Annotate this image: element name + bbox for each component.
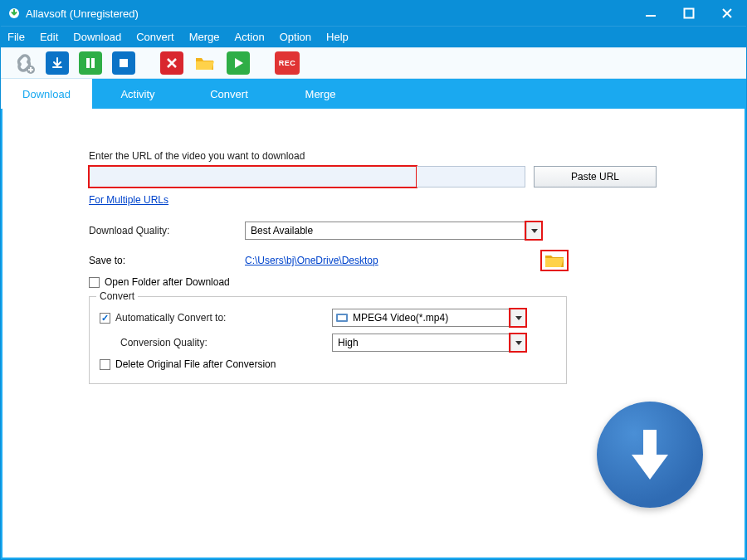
tab-merge[interactable]: Merge [275, 79, 366, 109]
convert-format-combo[interactable]: MPEG4 Video(*.mp4) [332, 309, 526, 327]
save-to-label: Save to: [89, 255, 245, 266]
chevron-down-icon[interactable] [510, 334, 525, 351]
menu-merge[interactable]: Merge [189, 31, 220, 43]
toolbar: REC [1, 47, 746, 79]
minimize-button[interactable] [642, 4, 660, 22]
video-format-icon [333, 312, 348, 324]
menu-edit[interactable]: Edit [40, 31, 58, 43]
save-to-path-link[interactable]: C:\Users\bj\OneDrive\Desktop [245, 255, 378, 266]
open-folder-label: Open Folder after Download [105, 276, 230, 288]
menu-action[interactable]: Action [235, 31, 265, 43]
menu-convert[interactable]: Convert [136, 31, 174, 43]
big-download-button[interactable] [597, 402, 703, 508]
menu-option[interactable]: Option [280, 31, 311, 43]
auto-convert-label: Automatically Convert to: [115, 312, 226, 324]
conversion-quality-combo[interactable]: High [332, 334, 526, 352]
auto-convert-checkbox[interactable] [100, 313, 110, 324]
svg-rect-8 [338, 315, 346, 320]
svg-rect-1 [646, 15, 656, 17]
chevron-down-icon[interactable] [510, 309, 525, 326]
menu-file[interactable]: File [7, 31, 25, 43]
paste-link-icon[interactable] [12, 51, 36, 75]
maximize-button[interactable] [680, 4, 698, 22]
stop-icon[interactable] [112, 51, 135, 75]
url-input[interactable] [417, 166, 525, 187]
paste-url-button[interactable]: Paste URL [534, 166, 657, 187]
multiple-urls-link[interactable]: For Multiple URLs [89, 194, 168, 206]
open-folder-icon[interactable] [193, 51, 217, 75]
svg-rect-4 [86, 58, 90, 68]
tab-download[interactable]: Download [1, 79, 92, 109]
download-quality-combo[interactable]: Best Available [245, 222, 542, 240]
pause-icon[interactable] [79, 51, 102, 75]
tab-activity[interactable]: Activity [92, 79, 183, 109]
app-icon [7, 7, 21, 20]
svg-rect-2 [685, 9, 694, 18]
convert-fieldset: Convert Automatically Convert to: MPEG4 … [89, 296, 567, 384]
url-input[interactable] [89, 166, 417, 187]
url-prompt-label: Enter the URL of the video you want to d… [89, 150, 670, 162]
open-folder-checkbox[interactable] [89, 277, 100, 288]
svg-rect-6 [120, 59, 128, 67]
tab-strip: Download Activity Convert Merge [1, 79, 746, 109]
download-icon[interactable] [46, 51, 69, 75]
conversion-quality-label: Conversion Quality: [120, 337, 208, 348]
delete-original-label: Delete Original File after Conversion [115, 358, 276, 370]
browse-folder-icon[interactable] [542, 251, 567, 270]
record-icon[interactable]: REC [275, 51, 300, 75]
menu-bar: File Edit Download Convert Merge Action … [1, 26, 746, 47]
convert-legend: Convert [96, 290, 138, 302]
menu-help[interactable]: Help [326, 31, 349, 43]
play-icon[interactable] [227, 51, 250, 75]
close-button[interactable] [718, 4, 736, 22]
delete-icon[interactable] [160, 51, 183, 75]
title-bar: Allavsoft (Unregistered) [1, 1, 746, 26]
svg-rect-5 [91, 58, 95, 68]
window-title: Allavsoft (Unregistered) [26, 7, 642, 20]
chevron-down-icon[interactable] [526, 222, 541, 239]
tab-convert[interactable]: Convert [183, 79, 275, 109]
delete-original-checkbox[interactable] [100, 359, 110, 370]
content-area: Enter the URL of the video you want to d… [1, 109, 746, 559]
menu-download[interactable]: Download [73, 31, 121, 43]
download-quality-label: Download Quality: [89, 225, 245, 236]
